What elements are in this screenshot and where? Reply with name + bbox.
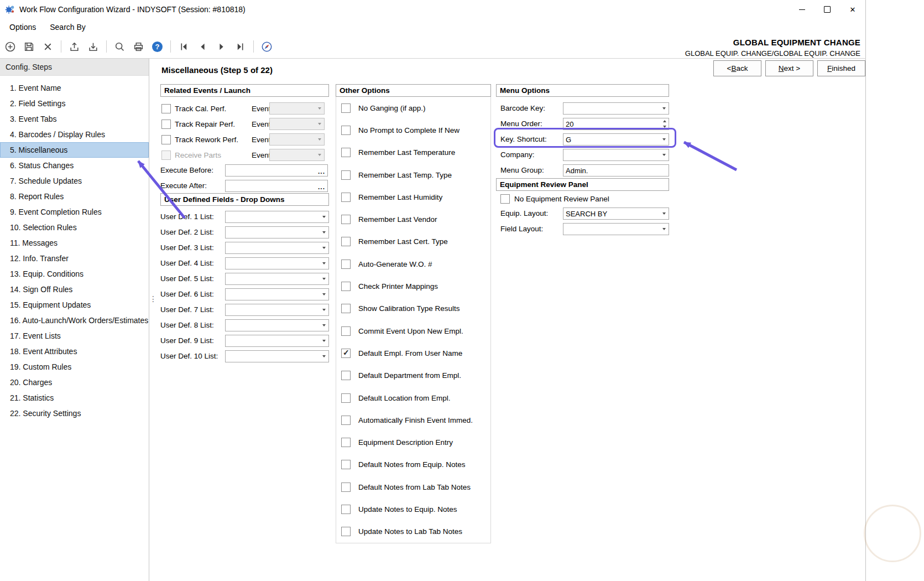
menu-group-input[interactable] [563, 164, 669, 177]
sidebar-step-item[interactable]: 22. Security Settings [0, 406, 149, 421]
sidebar-step-item[interactable]: 7. Schedule Updates [0, 173, 149, 189]
checkbox[interactable] [161, 120, 171, 129]
user-def-dropdown[interactable] [225, 273, 329, 285]
checkbox[interactable] [341, 148, 351, 157]
event-dropdown[interactable] [269, 102, 325, 115]
checkbox[interactable] [500, 194, 510, 204]
checkbox[interactable] [341, 237, 351, 246]
sidebar-step-item[interactable]: 15. Equipment Updates [0, 297, 149, 313]
print-icon[interactable] [132, 40, 145, 54]
checkbox[interactable] [341, 126, 351, 135]
checkbox[interactable] [161, 135, 171, 144]
option-row[interactable]: Default Notes from Equip. Notes [336, 454, 490, 476]
help-icon[interactable] [150, 40, 164, 54]
sidebar-step-item[interactable]: 4. Barcodes / Display Rules [0, 127, 149, 142]
equip-layout-dropdown[interactable]: SEARCH BY [563, 208, 669, 220]
event-dropdown[interactable] [269, 133, 325, 146]
option-row[interactable]: Remember Last Temperature [336, 142, 490, 164]
browse-button[interactable]: ... [318, 168, 325, 175]
import-icon[interactable] [86, 40, 100, 54]
checkbox[interactable] [341, 460, 351, 469]
option-row[interactable]: No Ganging (if app.) [336, 97, 490, 119]
option-row[interactable]: Default Location from Empl. [336, 387, 490, 409]
sidebar-step-item[interactable]: 12. Info. Transfer [0, 251, 149, 266]
option-row[interactable]: Check Printer Mappings [336, 275, 490, 297]
option-row[interactable]: Remember Last Temp. Type [336, 164, 490, 186]
execute-after-input[interactable]: ... [225, 180, 328, 192]
event-dropdown[interactable] [269, 118, 325, 130]
checkbox[interactable] [341, 215, 351, 224]
user-def-dropdown[interactable] [225, 226, 329, 238]
save-icon[interactable] [22, 40, 36, 54]
checkbox[interactable] [341, 483, 351, 492]
sidebar-step-item[interactable]: 8. Report Rules [0, 189, 149, 204]
event-dropdown[interactable] [269, 149, 325, 161]
search-icon[interactable] [113, 40, 127, 54]
option-row[interactable]: Auto-Generate W.O. # [336, 253, 490, 275]
option-row[interactable]: Default Empl. From User Name [336, 342, 490, 364]
option-row[interactable]: Automatically Finish Event Immed. [336, 409, 490, 431]
delete-icon[interactable] [41, 40, 55, 54]
checkbox[interactable] [341, 416, 351, 425]
sidebar-step-item[interactable]: 6. Status Changes [0, 158, 149, 173]
menu-options[interactable]: Options [7, 21, 39, 33]
next-button[interactable]: Next > [765, 60, 813, 76]
menu-order-spinner[interactable]: 20 [563, 118, 669, 130]
checkbox[interactable] [341, 371, 351, 380]
minimize-button[interactable] [789, 0, 815, 19]
option-row[interactable]: Default Notes from Lab Tab Notes [336, 476, 490, 498]
add-icon[interactable] [3, 40, 17, 54]
checkbox[interactable] [341, 103, 351, 113]
close-button[interactable] [840, 0, 865, 19]
checkbox[interactable] [341, 260, 351, 269]
key-shortcut-dropdown[interactable]: G [563, 133, 669, 146]
checkbox[interactable] [341, 326, 351, 336]
splitter-grip[interactable] [149, 294, 155, 303]
sidebar-step-item[interactable]: 18. Event Attributes [0, 344, 149, 359]
option-row[interactable]: Remember Last Vendor [336, 208, 490, 230]
sidebar-step-item[interactable]: 1. Event Name [0, 80, 149, 96]
last-record-icon[interactable] [233, 40, 247, 54]
user-def-dropdown[interactable] [225, 257, 329, 269]
export-icon[interactable] [67, 40, 81, 54]
sidebar-step-item[interactable]: 2. Field Settings [0, 96, 149, 111]
first-record-icon[interactable] [177, 40, 191, 54]
user-def-dropdown[interactable] [225, 319, 329, 331]
checkbox[interactable] [341, 527, 351, 536]
company-dropdown[interactable] [563, 149, 669, 161]
spinner-arrows-icon[interactable] [660, 118, 669, 129]
previous-record-icon[interactable] [196, 40, 210, 54]
next-record-icon[interactable] [215, 40, 228, 54]
back-button[interactable]: < Back [713, 60, 761, 76]
browse-button[interactable]: ... [318, 183, 325, 191]
checkbox[interactable] [341, 170, 351, 180]
field-layout-dropdown[interactable] [563, 223, 669, 235]
user-def-dropdown[interactable] [225, 335, 329, 347]
checkbox[interactable] [341, 304, 351, 313]
user-def-dropdown[interactable] [225, 211, 329, 223]
checkbox[interactable] [161, 104, 171, 113]
option-row[interactable]: Show Calibration Type Results [336, 298, 490, 320]
option-row[interactable]: Default Department from Empl. [336, 365, 490, 387]
no-equipment-review-row[interactable]: No Equipment Review Panel [496, 191, 669, 206]
option-row[interactable]: Remember Last Humidity [336, 186, 490, 208]
sidebar-step-item[interactable]: 5. Miscellaneous [0, 142, 149, 158]
navigate-compass-icon[interactable] [260, 40, 274, 54]
sidebar-step-item[interactable]: 20. Charges [0, 375, 149, 390]
option-row[interactable]: Remember Last Cert. Type [336, 231, 490, 253]
menu-search-by[interactable]: Search By [47, 21, 88, 33]
sidebar-step-item[interactable]: 19. Custom Rules [0, 359, 149, 375]
checkbox[interactable] [341, 349, 351, 358]
maximize-button[interactable] [815, 0, 840, 19]
option-row[interactable]: No Prompt to Complete If New [336, 119, 490, 141]
finished-button[interactable]: Finished [817, 60, 865, 76]
sidebar-step-item[interactable]: 3. Event Tabs [0, 111, 149, 127]
execute-before-input[interactable]: ... [225, 164, 328, 177]
sidebar-step-item[interactable]: 13. Equip. Conditions [0, 266, 149, 282]
user-def-dropdown[interactable] [225, 350, 329, 362]
sidebar-step-item[interactable]: 17. Event Lists [0, 328, 149, 344]
barcode-key-dropdown[interactable] [563, 102, 669, 115]
sidebar-step-item[interactable]: 16. Auto-Launch/Work Orders/Estimates [0, 313, 149, 328]
checkbox[interactable] [341, 193, 351, 202]
sidebar-step-item[interactable]: 11. Messages [0, 235, 149, 251]
